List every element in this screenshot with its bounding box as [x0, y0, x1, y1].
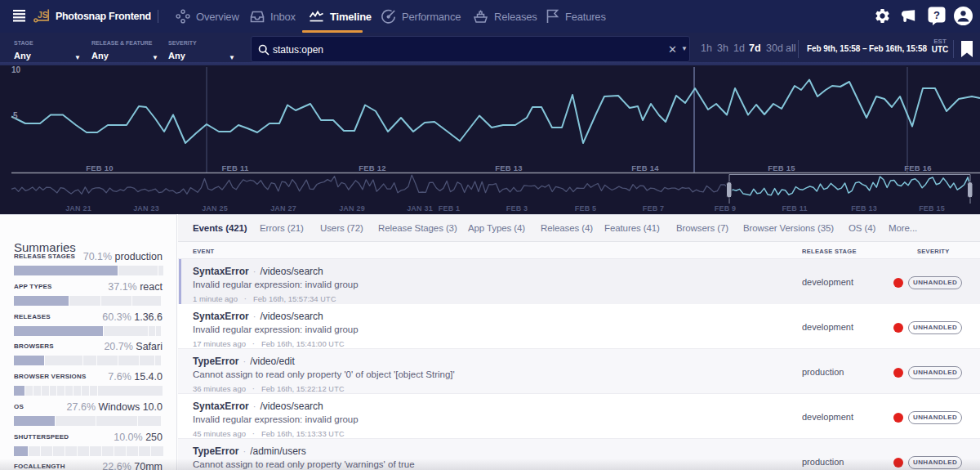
svg-text:JS: JS [38, 10, 48, 20]
svg-text:?: ? [933, 9, 940, 21]
